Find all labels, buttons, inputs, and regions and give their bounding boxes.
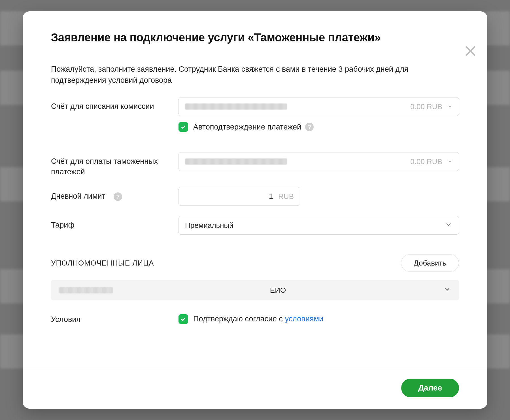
tariff-value: Премиальный	[185, 221, 233, 230]
row-commission-account: Счёт для списания комиссии 0.00 RUB	[51, 97, 459, 142]
checkbox-autoconfirm[interactable]	[178, 122, 188, 132]
add-person-label: Добавить	[414, 259, 446, 268]
modal-footer: Далее	[23, 369, 487, 409]
help-icon[interactable]: ?	[114, 192, 122, 201]
help-icon[interactable]: ?	[305, 123, 314, 131]
account-number-masked	[185, 158, 287, 165]
terms-text: Подтверждаю согласие с условиями	[193, 315, 323, 323]
modal-description: Пожалуйста, заполните заявление. Сотрудн…	[51, 64, 414, 86]
label-customs-account: Счёт для оплаты таможенных платежей	[51, 152, 178, 177]
label-commission-account: Счёт для списания комиссии	[51, 97, 178, 111]
caret-down-icon	[447, 102, 452, 111]
label-daily-limit-text: Дневной лимит	[51, 192, 105, 200]
input-daily-limit[interactable]: 1 RUB	[178, 187, 300, 206]
modal-title: Заявление на подключение услуги «Таможен…	[51, 31, 459, 44]
terms-link[interactable]: условиями	[285, 315, 323, 323]
authorized-person-row[interactable]: ЕИО	[51, 280, 459, 300]
caret-down-icon	[447, 157, 452, 166]
row-terms: Условия Подтверждаю согласие с условиями	[51, 314, 459, 324]
daily-limit-value: 1	[185, 192, 276, 201]
account-number-masked	[185, 103, 287, 110]
add-person-button[interactable]: Добавить	[401, 254, 459, 271]
next-button[interactable]: Далее	[401, 379, 459, 397]
label-autoconfirm: Автоподтверждение платежей	[193, 123, 301, 131]
row-tariff: Тариф Премиальный	[51, 216, 459, 235]
row-autoconfirm: Автоподтверждение платежей ?	[178, 122, 459, 132]
application-form: Счёт для списания комиссии 0.00 RUB	[51, 97, 459, 324]
checkbox-terms[interactable]	[178, 314, 188, 324]
select-tariff[interactable]: Премиальный	[178, 216, 459, 235]
row-customs-account: Счёт для оплаты таможенных платежей 0.00…	[51, 152, 459, 177]
application-modal: Заявление на подключение услуги «Таможен…	[23, 11, 487, 409]
label-tariff: Тариф	[51, 216, 178, 230]
label-terms: Условия	[51, 314, 178, 324]
person-role: ЕИО	[113, 286, 443, 295]
section-authorized-head: УПОЛНОМОЧЕННЫЕ ЛИЦА Добавить	[51, 254, 459, 271]
modal-body: Заявление на подключение услуги «Таможен…	[23, 11, 487, 369]
close-icon	[464, 44, 477, 58]
check-icon	[180, 124, 186, 130]
terms-prefix: Подтверждаю согласие с	[193, 315, 285, 323]
chevron-down-icon	[445, 220, 452, 230]
commission-account-balance: 0.00 RUB	[410, 102, 442, 111]
label-daily-limit: Дневной лимит ?	[51, 187, 178, 201]
person-name-masked	[59, 287, 113, 293]
section-authorized-title: УПОЛНОМОЧЕННЫЕ ЛИЦА	[51, 259, 154, 268]
customs-account-balance: 0.00 RUB	[410, 157, 442, 166]
daily-limit-unit: RUB	[278, 192, 294, 201]
select-commission-account[interactable]: 0.00 RUB	[178, 97, 459, 116]
chevron-down-icon	[443, 285, 451, 295]
check-icon	[180, 316, 186, 322]
select-customs-account[interactable]: 0.00 RUB	[178, 152, 459, 171]
close-button[interactable]	[462, 43, 479, 60]
next-button-label: Далее	[418, 383, 442, 392]
row-daily-limit: Дневной лимит ? 1 RUB	[51, 187, 459, 206]
